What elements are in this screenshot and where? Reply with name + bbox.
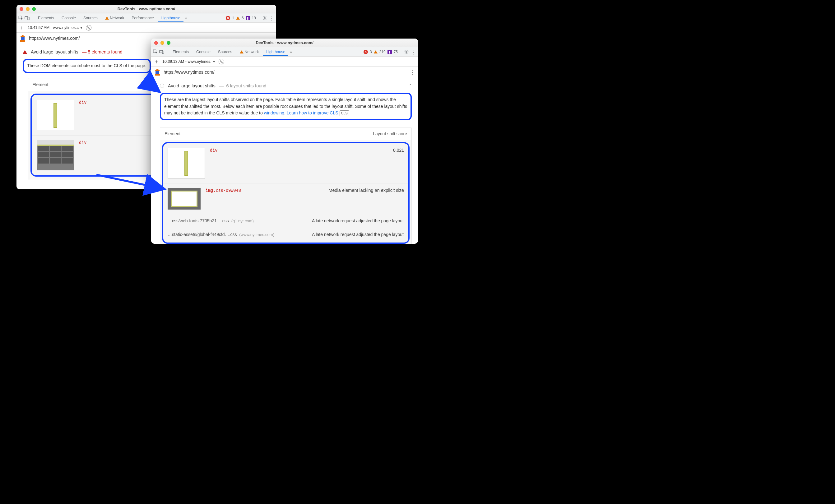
cause-row[interactable]: …css/web-fonts.7705b21….css (g1.nyt.com)… <box>163 214 408 228</box>
report-url: https://www.nytimes.com/ <box>29 36 80 41</box>
new-report-icon[interactable]: ＋ <box>19 24 24 31</box>
inspect-element-icon[interactable] <box>153 49 158 55</box>
kebab-menu-icon[interactable]: ⋮ <box>411 48 416 55</box>
cause-file: …static-assets/global-f449cfd….css (www.… <box>168 232 306 237</box>
thumbnail <box>37 140 74 170</box>
lighthouse-logo-icon <box>20 35 26 42</box>
highlighted-rows: div 0.021 img.css-o9w048 Media element l… <box>162 142 410 244</box>
issues-icon[interactable]: ❚ <box>246 16 250 20</box>
warning-icon[interactable] <box>374 50 378 54</box>
cause-reason: A late network request adjusted the page… <box>312 232 404 237</box>
audit-title-text: Avoid large layout shifts <box>31 49 78 55</box>
error-icon[interactable]: ✕ <box>364 50 368 54</box>
maximize-icon[interactable] <box>167 41 170 45</box>
tab-sources[interactable]: Sources <box>215 48 236 56</box>
cls-badge: CLS <box>340 110 349 116</box>
cause-file-text: …css/web-fonts.7705b21….css <box>168 218 229 223</box>
chevron-up-icon[interactable]: ⌃ <box>407 83 414 88</box>
tab-network[interactable]: Network <box>102 14 127 22</box>
tab-console[interactable]: Console <box>59 14 79 22</box>
chevron-down-icon: ▼ <box>212 60 216 63</box>
element-code: img.css-o9w048 <box>206 188 241 193</box>
tab-network-label: Network <box>110 16 124 20</box>
toolbar-status: ✕3 219 ❚75 ⋮ <box>364 48 416 55</box>
error-count: 1 <box>232 16 234 20</box>
tab-elements[interactable]: Elements <box>35 14 57 22</box>
report-url: https://www.nytimes.com/ <box>164 70 215 75</box>
traffic-lights <box>20 7 36 11</box>
report-select[interactable]: 10:39:13 AM - www.nytimes. ▼ <box>162 59 216 64</box>
svg-rect-6 <box>162 51 164 54</box>
audit-title-text: Avoid large layout shifts <box>168 83 216 88</box>
window-title: DevTools - www.nytimes.com/ <box>151 40 418 45</box>
divider <box>167 49 167 55</box>
cause-origin: (www.nytimes.com) <box>239 232 274 237</box>
windowing-link[interactable]: windowing <box>264 110 284 115</box>
toolbar-status: ✕1 6 ❚19 ⋮ <box>226 15 274 21</box>
neutral-circle-icon <box>160 84 164 88</box>
close-icon[interactable] <box>20 7 23 11</box>
report-select-label: 10:41:57 AM - www.nytimes.c <box>28 25 79 30</box>
tab-network-label: Network <box>244 50 259 54</box>
more-tabs-icon[interactable]: » <box>185 16 187 21</box>
cause-file-text: …static-assets/global-f449cfd….css <box>168 232 237 237</box>
tab-console[interactable]: Console <box>193 48 213 56</box>
more-tabs-icon[interactable]: » <box>289 49 292 55</box>
layout-shifts-table: Element Layout shift score div 0.021 img… <box>160 127 412 244</box>
device-toggle-icon[interactable] <box>24 16 29 21</box>
col-score: Layout shift score <box>373 131 407 136</box>
minimize-icon[interactable] <box>161 41 164 45</box>
kebab-menu-icon[interactable]: ⋮ <box>269 15 274 21</box>
audit-count-value: 5 elements found <box>88 49 122 55</box>
col-element: Element <box>32 82 48 87</box>
clear-icon[interactable] <box>86 25 91 30</box>
table-row[interactable]: div 0.021 <box>163 143 408 183</box>
audit-header[interactable]: Avoid large layout shifts — 6 layout shi… <box>160 83 414 88</box>
titlebar: DevTools - www.nytimes.com/ <box>151 39 418 47</box>
audit-count-value: 6 layout shifts found <box>226 83 266 88</box>
thumbnail <box>37 100 74 131</box>
window-title: DevTools - www.nytimes.com/ <box>17 6 276 11</box>
tab-performance[interactable]: Performance <box>128 14 157 22</box>
audit-description: These DOM elements contribute most to th… <box>23 59 151 73</box>
cause-reason: Media element lacking an explicit size <box>328 188 404 193</box>
audit-description-text: These are the largest layout shifts obse… <box>164 97 407 115</box>
error-icon[interactable]: ✕ <box>226 16 230 20</box>
warning-count: 6 <box>242 16 244 20</box>
report-content: Avoid large layout shifts — 6 layout shi… <box>151 78 418 244</box>
violations-count: 19 <box>252 16 256 20</box>
clear-icon[interactable] <box>219 59 224 64</box>
tab-lighthouse[interactable]: Lighthouse <box>263 48 288 56</box>
audit-description: These are the largest layout shifts obse… <box>160 93 412 120</box>
tab-lighthouse[interactable]: Lighthouse <box>158 14 183 22</box>
svg-rect-2 <box>28 17 29 20</box>
fail-triangle-icon <box>23 50 27 54</box>
titlebar: DevTools - www.nytimes.com/ <box>17 5 276 13</box>
learn-cls-link[interactable]: Learn how to improve CLS <box>287 110 338 115</box>
maximize-icon[interactable] <box>32 7 36 11</box>
devtools-toolbar: Elements Console Sources Network Perform… <box>17 13 276 23</box>
close-icon[interactable] <box>154 41 158 45</box>
col-element: Element <box>164 131 180 136</box>
gear-icon[interactable] <box>262 16 267 21</box>
report-select-label: 10:39:13 AM - www.nytimes. <box>162 59 211 64</box>
svg-point-7 <box>406 51 407 52</box>
warning-icon[interactable] <box>236 17 240 20</box>
new-report-icon[interactable]: ＋ <box>154 58 159 65</box>
issues-icon[interactable]: ❚ <box>387 50 392 54</box>
inspect-element-icon[interactable] <box>18 16 23 21</box>
cause-row[interactable]: …static-assets/global-f449cfd….css (www.… <box>163 228 408 241</box>
tab-elements[interactable]: Elements <box>169 48 192 56</box>
table-row[interactable]: img.css-o9w048 Media element lacking an … <box>163 183 408 214</box>
device-toggle-icon[interactable] <box>159 49 164 55</box>
tab-network[interactable]: Network <box>237 48 262 56</box>
report-bar: ＋ 10:41:57 AM - www.nytimes.c ▼ <box>17 23 276 33</box>
audit-count: — 5 elements found <box>82 49 123 55</box>
report-menu-icon[interactable]: ⋮ <box>410 69 415 76</box>
minimize-icon[interactable] <box>26 7 29 11</box>
tab-sources[interactable]: Sources <box>80 14 101 22</box>
element-code: div <box>79 140 86 145</box>
thumbnail <box>168 188 201 210</box>
gear-icon[interactable] <box>404 49 409 55</box>
report-select[interactable]: 10:41:57 AM - www.nytimes.c ▼ <box>28 25 83 30</box>
